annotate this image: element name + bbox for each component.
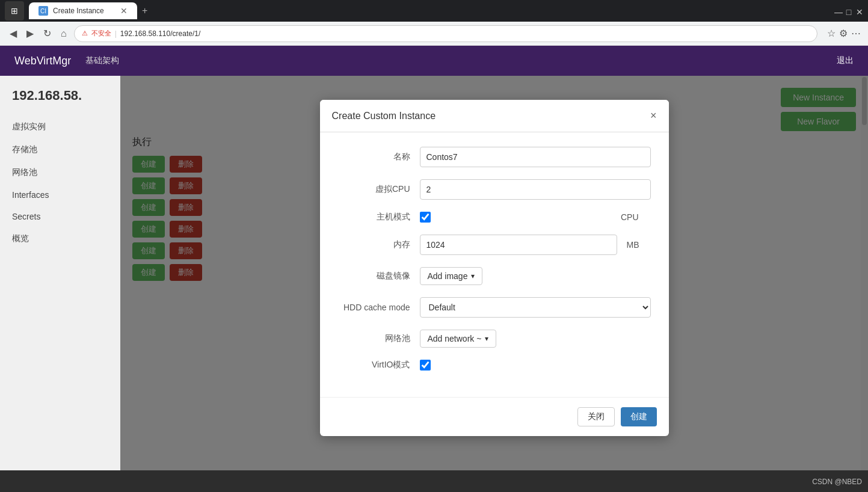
memory-label: 内存 bbox=[338, 239, 410, 250]
home-btn[interactable]: ⌂ bbox=[58, 26, 69, 42]
bookmark-btn[interactable]: ☆ bbox=[827, 28, 836, 39]
address-bar-row: ◀ ▶ ↻ ⌂ ⚠ 不安全 | 192.168.58.110/create/1/… bbox=[0, 22, 868, 46]
maximize-btn[interactable]: □ bbox=[845, 7, 852, 14]
server-title: 192.168.58. bbox=[0, 88, 120, 115]
cpu-label: 虚拟CPU bbox=[338, 184, 410, 195]
form-row-host-mode: 主机模式 CPU bbox=[338, 212, 651, 223]
app-brand: WebVirtMgr bbox=[14, 55, 71, 67]
close-btn[interactable]: ✕ bbox=[856, 7, 863, 14]
hdd-cache-label: HDD cache mode bbox=[338, 303, 410, 312]
modal-close-btn[interactable]: × bbox=[650, 109, 657, 122]
modal-title: Create Custom Instance bbox=[332, 111, 436, 121]
new-tab-btn[interactable]: + bbox=[140, 3, 150, 19]
window-controls: — □ ✕ bbox=[834, 7, 863, 14]
browser-actions: ☆ ⚙ ⋯ bbox=[827, 28, 861, 39]
address-bar[interactable]: ⚠ 不安全 | 192.168.58.110/create/1/ bbox=[74, 25, 817, 42]
cpu-input[interactable] bbox=[420, 179, 651, 200]
browser-icon: ⊞ bbox=[5, 1, 24, 20]
sidebar-item-secrets[interactable]: Secrets bbox=[0, 206, 120, 227]
security-icon: ⚠ bbox=[82, 29, 88, 37]
cpu-suffix-label: CPU bbox=[621, 212, 651, 222]
form-row-cpu: 虚拟CPU bbox=[338, 179, 651, 200]
form-row-virtio: VirtIO模式 bbox=[338, 360, 651, 371]
sidebar-item-storage[interactable]: 存储池 bbox=[0, 138, 120, 161]
name-input[interactable] bbox=[420, 147, 651, 167]
reload-btn[interactable]: ↻ bbox=[41, 25, 54, 42]
memory-input[interactable] bbox=[420, 235, 617, 255]
sidebar-item-interfaces[interactable]: Interfaces bbox=[0, 184, 120, 206]
form-row-memory: 内存 MB bbox=[338, 235, 651, 255]
add-network-dropdown[interactable]: Add network ~ bbox=[420, 330, 497, 348]
create-instance-modal: Create Custom Instance × 名称 虚拟CPU bbox=[320, 100, 669, 436]
forward-btn[interactable]: ▶ bbox=[24, 25, 36, 42]
extensions-btn[interactable]: ⚙ bbox=[839, 28, 848, 39]
modal-close-footer-btn[interactable]: 关闭 bbox=[577, 407, 615, 426]
logout-link[interactable]: 退出 bbox=[837, 55, 854, 66]
network-pool-label: 网络池 bbox=[338, 333, 410, 344]
add-network-label: Add network ~ bbox=[428, 334, 482, 343]
sidebar: 192.168.58. 虚拟实例 存储池 网络池 Interfaces Secr… bbox=[0, 76, 120, 470]
form-row-disk-image: 磁盘镜像 Add image bbox=[338, 267, 651, 285]
add-image-dropdown[interactable]: Add image bbox=[420, 267, 483, 285]
modal-create-btn[interactable]: 创建 bbox=[621, 407, 657, 426]
nav-infrastructure[interactable]: 基础架构 bbox=[85, 55, 119, 66]
modal-body: 名称 虚拟CPU 主机模式 CPU bbox=[320, 132, 669, 397]
app-body: 192.168.58. 虚拟实例 存储池 网络池 Interfaces Secr… bbox=[0, 76, 868, 470]
modal-overlay: Create Custom Instance × 名称 虚拟CPU bbox=[120, 76, 868, 470]
sidebar-item-vms[interactable]: 虚拟实例 bbox=[0, 115, 120, 138]
active-tab[interactable]: CI Create Instance ✕ bbox=[29, 2, 137, 19]
address-text: 192.168.58.110/create/1/ bbox=[120, 29, 200, 38]
add-image-label: Add image bbox=[428, 271, 468, 281]
hdd-cache-select[interactable]: Default none writeback writethrough dire… bbox=[420, 297, 651, 318]
host-mode-label: 主机模式 bbox=[338, 212, 410, 223]
modal-footer: 关闭 创建 bbox=[320, 397, 669, 436]
sidebar-item-network[interactable]: 网络池 bbox=[0, 161, 120, 184]
security-label: 不安全 bbox=[91, 29, 111, 38]
tab-close-btn[interactable]: ✕ bbox=[120, 6, 128, 16]
tab-title: Create Instance bbox=[53, 7, 104, 15]
virtio-checkbox[interactable] bbox=[420, 360, 431, 371]
app-container: WebVirtMgr 基础架构 退出 192.168.58. 虚拟实例 存储池 … bbox=[0, 46, 868, 470]
tab-favicon: CI bbox=[38, 6, 48, 16]
back-btn[interactable]: ◀ bbox=[7, 25, 19, 42]
main-content: New Instance New Flavor 执行 创建 删除 创建 删除 创… bbox=[120, 76, 868, 470]
modal-header: Create Custom Instance × bbox=[320, 100, 669, 132]
form-row-name: 名称 bbox=[338, 147, 651, 167]
virtio-label: VirtIO模式 bbox=[338, 360, 410, 371]
app-header: WebVirtMgr 基础架构 退出 bbox=[0, 46, 868, 76]
minimize-btn[interactable]: — bbox=[834, 7, 842, 14]
host-mode-checkbox[interactable] bbox=[420, 212, 431, 223]
sidebar-item-overview[interactable]: 概览 bbox=[0, 227, 120, 250]
memory-unit: MB bbox=[627, 240, 651, 250]
browser-titlebar: ⊞ CI Create Instance ✕ + — □ ✕ bbox=[0, 0, 868, 22]
name-label: 名称 bbox=[338, 152, 410, 162]
disk-image-label: 磁盘镜像 bbox=[338, 271, 410, 281]
form-row-network-pool: 网络池 Add network ~ bbox=[338, 330, 651, 348]
more-btn[interactable]: ⋯ bbox=[851, 28, 861, 39]
form-row-hdd-cache: HDD cache mode Default none writeback wr… bbox=[338, 297, 651, 318]
